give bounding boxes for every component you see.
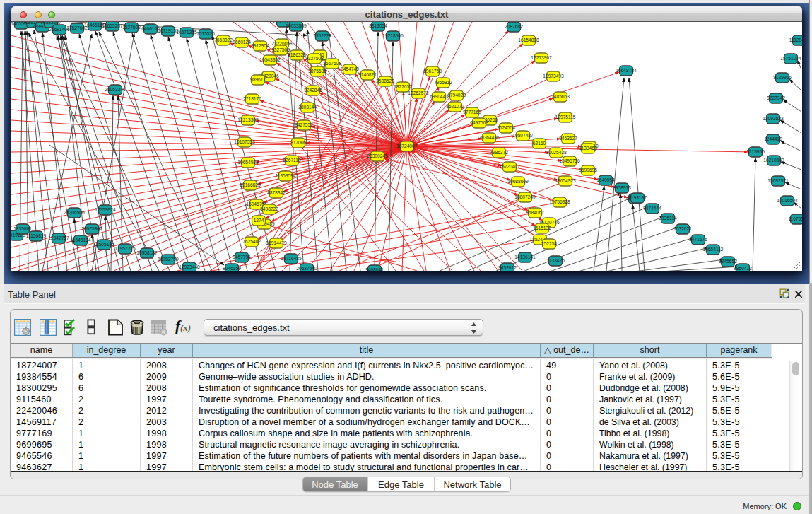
svg-text:10025438: 10025438 bbox=[546, 150, 567, 155]
svg-text:9684067: 9684067 bbox=[526, 210, 544, 215]
svg-text:10688609: 10688609 bbox=[507, 179, 529, 184]
svg-text:18724007: 18724007 bbox=[396, 144, 418, 148]
svg-text:10807487: 10807487 bbox=[512, 133, 534, 138]
svg-text:1835061: 1835061 bbox=[13, 226, 32, 231]
svg-text:1244419: 1244419 bbox=[764, 136, 782, 141]
svg-text:8471676: 8471676 bbox=[689, 237, 707, 242]
svg-text:3624554: 3624554 bbox=[497, 125, 515, 130]
svg-text:10973493: 10973493 bbox=[543, 74, 564, 78]
svg-text:16154808: 16154808 bbox=[518, 37, 539, 42]
svg-text:9227342: 9227342 bbox=[767, 95, 785, 100]
svg-text:9245652: 9245652 bbox=[719, 259, 737, 264]
svg-text:1527602: 1527602 bbox=[122, 25, 141, 30]
svg-text:23300245: 23300245 bbox=[367, 153, 388, 158]
svg-text:15692971: 15692971 bbox=[767, 178, 789, 183]
svg-text:20975867: 20975867 bbox=[81, 226, 102, 231]
svg-text:9193197: 9193197 bbox=[628, 195, 647, 200]
svg-text:1822037: 1822037 bbox=[394, 84, 412, 89]
svg-text:9699695: 9699695 bbox=[579, 168, 597, 173]
svg-text:2803144: 2803144 bbox=[298, 105, 317, 110]
svg-text:9408041: 9408041 bbox=[365, 267, 384, 271]
svg-text:6497568: 6497568 bbox=[470, 120, 488, 125]
svg-text:10655267: 10655267 bbox=[102, 23, 123, 28]
svg-text:9327508: 9327508 bbox=[305, 56, 324, 61]
svg-text:12213967: 12213967 bbox=[531, 55, 552, 60]
svg-text:12213369: 12213369 bbox=[237, 117, 259, 122]
svg-text:11128406: 11128406 bbox=[789, 37, 802, 42]
svg-text:17359924: 17359924 bbox=[95, 207, 116, 212]
svg-text:11353594: 11353594 bbox=[276, 173, 296, 178]
svg-text:11156819: 11156819 bbox=[26, 233, 47, 238]
svg-text:3912954: 3912954 bbox=[251, 43, 269, 48]
svg-text:1133463: 1133463 bbox=[579, 146, 597, 151]
svg-text:13262572: 13262572 bbox=[408, 90, 429, 95]
svg-text:10107553: 10107553 bbox=[234, 139, 255, 144]
svg-text:2935114: 2935114 bbox=[659, 216, 677, 221]
svg-text:9474444: 9474444 bbox=[643, 206, 661, 211]
svg-text:8813054: 8813054 bbox=[369, 23, 387, 28]
svg-text:15751074: 15751074 bbox=[780, 56, 801, 61]
svg-text:8427552: 8427552 bbox=[295, 122, 313, 127]
svg-text:20364436: 20364436 bbox=[478, 135, 500, 140]
svg-text:19218506: 19218506 bbox=[382, 33, 404, 38]
svg-text:1621072: 1621072 bbox=[446, 104, 464, 109]
svg-text:16671355: 16671355 bbox=[176, 30, 197, 35]
svg-text:989617: 989617 bbox=[250, 77, 266, 82]
svg-text:7955812: 7955812 bbox=[434, 80, 452, 85]
svg-text:8958923: 8958923 bbox=[613, 185, 631, 190]
svg-text:1615132: 1615132 bbox=[533, 226, 551, 230]
svg-text:6990443: 6990443 bbox=[430, 94, 448, 99]
svg-text:2588520: 2588520 bbox=[376, 78, 394, 83]
svg-text:14136141: 14136141 bbox=[514, 255, 536, 259]
svg-text:8186328: 8186328 bbox=[288, 52, 306, 57]
svg-text:17016504: 17016504 bbox=[777, 198, 798, 203]
svg-text:20537540: 20537540 bbox=[296, 266, 317, 271]
svg-text:8267110: 8267110 bbox=[283, 158, 301, 163]
svg-text:62160: 62160 bbox=[533, 141, 546, 146]
svg-text:3215955: 3215955 bbox=[746, 149, 765, 154]
svg-text:252254: 252254 bbox=[541, 241, 557, 246]
svg-text:9146821: 9146821 bbox=[358, 72, 377, 77]
svg-text:10654112: 10654112 bbox=[703, 247, 724, 252]
svg-text:12975115: 12975115 bbox=[555, 115, 576, 119]
svg-text:9457791: 9457791 bbox=[233, 255, 251, 259]
svg-text:12505135: 12505135 bbox=[93, 242, 114, 247]
svg-text:1733426: 1733426 bbox=[546, 258, 565, 263]
svg-text:16782759: 16782759 bbox=[158, 257, 179, 262]
svg-text:9463627: 9463627 bbox=[559, 136, 577, 141]
svg-text:8454749: 8454749 bbox=[341, 66, 359, 71]
svg-text:26206506: 26206506 bbox=[64, 210, 85, 215]
svg-text:29053346: 29053346 bbox=[105, 87, 126, 92]
svg-text:8878342: 8878342 bbox=[267, 190, 286, 195]
svg-text:3875685: 3875685 bbox=[308, 69, 326, 74]
svg-text:16914479: 16914479 bbox=[266, 240, 287, 245]
svg-text:6794028: 6794028 bbox=[447, 93, 466, 98]
svg-text:12923448: 12923448 bbox=[179, 264, 200, 269]
svg-text:18807249: 18807249 bbox=[514, 194, 536, 199]
svg-text:317006: 317006 bbox=[290, 140, 306, 145]
svg-text:9850412: 9850412 bbox=[734, 266, 752, 271]
svg-text:7632621: 7632621 bbox=[673, 226, 692, 231]
svg-text:9327506: 9327506 bbox=[271, 47, 290, 52]
svg-text:19756928: 19756928 bbox=[549, 199, 570, 204]
svg-text:1640954: 1640954 bbox=[596, 177, 615, 182]
svg-text:7485063: 7485063 bbox=[551, 94, 570, 99]
svg-text:6466160: 6466160 bbox=[141, 26, 160, 31]
svg-text:10543362: 10543362 bbox=[259, 57, 281, 62]
svg-text:9777169: 9777169 bbox=[463, 110, 481, 115]
svg-text:16210643: 16210643 bbox=[763, 158, 784, 163]
svg-text:16033809: 16033809 bbox=[286, 23, 307, 28]
svg-text:12942757: 12942757 bbox=[48, 235, 69, 240]
svg-text:11645194: 11645194 bbox=[71, 238, 91, 243]
svg-text:1167533: 1167533 bbox=[788, 216, 802, 221]
svg-text:9046159: 9046159 bbox=[223, 266, 241, 271]
svg-text:2087682: 2087682 bbox=[505, 24, 523, 29]
svg-text:12093823: 12093823 bbox=[763, 116, 784, 121]
svg-text:7515526: 7515526 bbox=[196, 31, 215, 36]
svg-text:7625402: 7625402 bbox=[242, 239, 261, 244]
svg-text:10654923: 10654923 bbox=[237, 160, 259, 165]
svg-text:16648784: 16648784 bbox=[616, 68, 637, 73]
svg-text:9242845: 9242845 bbox=[304, 88, 322, 93]
svg-text:8660124: 8660124 bbox=[233, 40, 251, 45]
svg-text:19166825: 19166825 bbox=[240, 182, 261, 187]
